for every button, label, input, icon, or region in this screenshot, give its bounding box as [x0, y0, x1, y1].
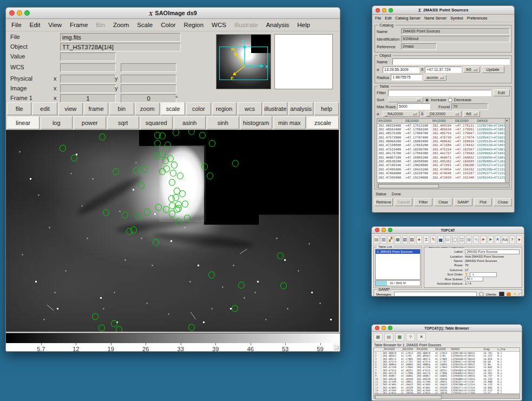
scale-button-min-max[interactable]: min max: [273, 116, 306, 129]
mirror-icon[interactable]: ▞: [387, 235, 393, 244]
ra-input[interactable]: 13:29:55.3009: [383, 67, 419, 73]
row-subset-combo[interactable]: All▾: [465, 277, 483, 281]
horizontal-scrollbar[interactable]: [373, 395, 520, 399]
object-name-input[interactable]: [392, 58, 510, 65]
table-row[interactable]: 202.47515400+47.18250700202.475154+47.18…: [377, 148, 509, 152]
scale-button-zscale[interactable]: zscale: [307, 116, 339, 129]
menu-wcs[interactable]: WCS: [212, 22, 226, 28]
save-table-icon[interactable]: ▥: [380, 235, 386, 244]
menu-frame[interactable]: Frame: [70, 22, 88, 28]
panner[interactable]: N E X Y: [216, 34, 271, 89]
mode-button-frame[interactable]: frame: [84, 102, 108, 115]
broadcast-icon[interactable]: ➤: [480, 235, 486, 244]
sphere-plot-icon[interactable]: ◍: [466, 235, 472, 244]
plot-button[interactable]: Plot: [474, 198, 492, 206]
sky-plot-icon[interactable]: ◯: [452, 235, 458, 244]
filter-button[interactable]: Filter: [414, 198, 432, 206]
scale-button-power[interactable]: power: [74, 116, 106, 129]
menu-color[interactable]: Color: [161, 22, 175, 28]
close-button[interactable]: [375, 326, 379, 330]
load-table-icon[interactable]: ▤: [373, 235, 379, 244]
aa-icon[interactable]: Aa: [502, 235, 508, 244]
close-button[interactable]: [376, 8, 380, 12]
image-canvas[interactable]: [6, 130, 339, 332]
table-list[interactable]: 1: 2MASS Point Sources: [375, 249, 421, 280]
table-row[interactable]: 202.47495400+47.19433200202.474954+47.19…: [377, 168, 509, 172]
mode-button-file[interactable]: file: [7, 102, 31, 115]
zoom-button[interactable]: [388, 326, 392, 330]
mode-button-region[interactable]: region: [212, 102, 237, 115]
table-row[interactable]: 202.48919400+47.17913100202.489194+47.17…: [377, 124, 509, 128]
zoom-button[interactable]: [24, 10, 30, 16]
mode-button-bin[interactable]: bin: [109, 102, 134, 115]
status-icon[interactable]: ●: [516, 235, 522, 244]
menu-catalog-server[interactable]: Catalog Server: [395, 16, 421, 20]
table-row[interactable]: 202.47158600+47.17843200202.471586+47.17…: [377, 143, 509, 147]
horizontal-scrollbar[interactable]: [377, 183, 510, 188]
close-button[interactable]: [9, 10, 15, 16]
scale-button-sqrt[interactable]: sqrt: [107, 116, 140, 129]
close-button[interactable]: [375, 228, 379, 232]
close-button[interactable]: Close: [494, 198, 512, 206]
table-row[interactable]: 202.47265900+47.19234800202.472659+47.19…: [377, 176, 509, 180]
row-view-icon[interactable]: ▤: [384, 333, 393, 341]
send-icon[interactable]: ➤: [488, 235, 494, 244]
columns-icon[interactable]: ▦: [395, 235, 400, 244]
vertical-scrollbar[interactable]: [505, 119, 509, 182]
menu-edit[interactable]: Edit: [30, 22, 41, 28]
menu-name-server[interactable]: Name Server: [424, 16, 446, 20]
mode-button-scale[interactable]: scale: [161, 102, 185, 115]
dec-input[interactable]: +47:11:37.729: [425, 67, 462, 73]
edit-cell-icon[interactable]: ▩: [395, 333, 404, 341]
scale-button-histogram[interactable]: histogram: [240, 116, 273, 129]
minimize-button[interactable]: [382, 326, 386, 330]
histogram-icon[interactable]: ▅: [437, 235, 443, 244]
scale-button-linear[interactable]: linear: [7, 116, 40, 129]
radius-input[interactable]: 1.8675575: [391, 74, 422, 81]
mode-button-illustrate[interactable]: illustrate: [263, 102, 287, 115]
menu-help[interactable]: Help: [297, 22, 310, 28]
clear-button[interactable]: Clear: [434, 198, 452, 206]
mode-button-color[interactable]: color: [186, 102, 211, 115]
menu-view[interactable]: View: [48, 22, 62, 28]
browser-table[interactable]: _RAJ2000_DEJ2000RAJ2000DEJ20002MASSJmage…: [373, 347, 520, 394]
minimize-button[interactable]: [17, 10, 22, 16]
table-row[interactable]: 202.49538200+47.18458900202.495382+47.18…: [377, 160, 509, 163]
help-icon[interactable]: ?: [509, 235, 515, 244]
table-row[interactable]: 202.47199100+47.19020800202.471991+47.19…: [377, 163, 509, 167]
menu-analysis[interactable]: Analysis: [266, 22, 289, 28]
zoom-button[interactable]: [389, 8, 393, 12]
mode-button-analysis[interactable]: analysis: [288, 102, 313, 115]
table-list-item[interactable]: 1: 2MASS Point Sources: [376, 249, 420, 254]
table-row[interactable]: 15202.4795447.19828202.4795447.198281329…: [374, 392, 520, 394]
menu-symbol[interactable]: Symbol: [450, 16, 463, 20]
increase-radio[interactable]: [425, 98, 429, 102]
scale-button-asinh[interactable]: asinh: [174, 116, 206, 129]
sort-direction-icon[interactable]: ⇧: [465, 272, 468, 277]
mode-button-help[interactable]: help: [314, 102, 339, 115]
decrease-radio[interactable]: [448, 98, 452, 102]
mode-button-zoom[interactable]: zoom: [135, 102, 160, 115]
table-frame-dropdown[interactable]: fk5: [463, 111, 480, 117]
table-row[interactable]: 202.44175700+47.17994300202.441757+47.17…: [377, 152, 509, 155]
retrieve-button[interactable]: Retrieve: [375, 198, 393, 206]
clear-messages-icon[interactable]: ∕: [518, 292, 520, 297]
samp-button[interactable]: SAMP: [454, 198, 472, 206]
colorbar[interactable]: [6, 333, 340, 343]
stats-icon[interactable]: ▨: [409, 235, 415, 244]
radius-unit-dropdown[interactable]: arcmin: [424, 75, 446, 81]
cube-plot-icon[interactable]: ◫: [459, 235, 465, 244]
time-plot-icon[interactable]: ∿: [473, 235, 479, 244]
table-row[interactable]: 202.47404800+47.19328700202.474648+47.19…: [377, 172, 509, 175]
scale-button-squared[interactable]: squared: [140, 116, 173, 129]
table-row[interactable]: 202.48064200+47.16803400202.480642+47.16…: [377, 140, 509, 143]
delete-icon[interactable]: ✕: [495, 235, 501, 244]
minimize-button[interactable]: [382, 228, 386, 232]
cell-view-icon[interactable]: ▦: [373, 333, 383, 341]
activation-icon[interactable]: ●: [416, 235, 422, 244]
edit-button[interactable]: Edit: [493, 89, 510, 96]
mode-button-wcs[interactable]: wcs: [238, 102, 262, 115]
menu-edit[interactable]: Edit: [385, 16, 391, 20]
close-icon[interactable]: ✕: [417, 333, 426, 341]
mode-button-view[interactable]: view: [58, 102, 83, 115]
